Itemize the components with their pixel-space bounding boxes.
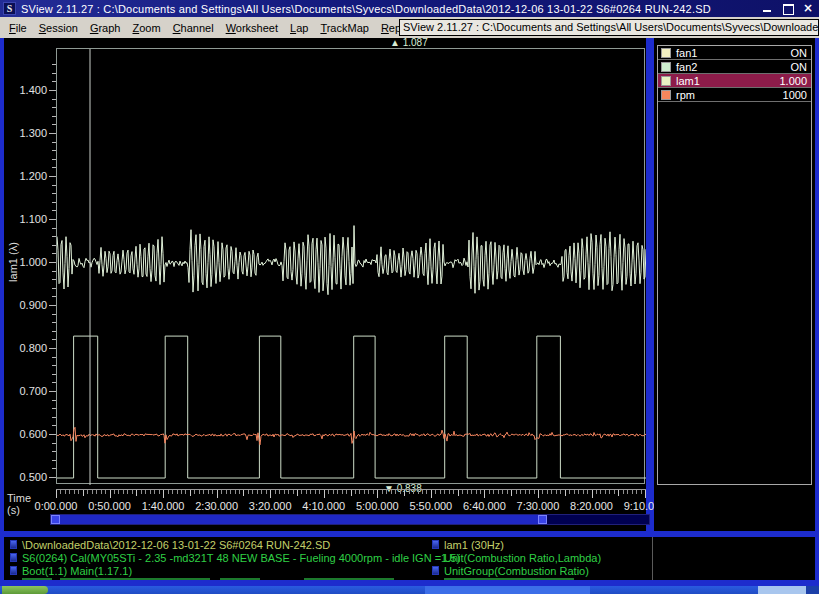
status-channel: lam1 (30Hz)	[444, 539, 504, 551]
ruler-tick	[511, 490, 512, 496]
taskbar-end	[806, 586, 819, 594]
fan2-color-swatch	[661, 62, 671, 72]
horizontal-scrollbar[interactable]	[50, 514, 650, 525]
y-tick	[49, 133, 56, 134]
ruler-tick	[404, 490, 405, 496]
legend-row-fan1[interactable]: fan1 ON	[658, 46, 811, 60]
ruler-tick	[190, 490, 191, 496]
menu-file[interactable]: File	[3, 19, 33, 37]
cal-node-icon	[10, 553, 17, 562]
status-firmware: Boot(1.1) Main(1.17.1)	[22, 565, 132, 577]
chart-panel: ▲ 1.087 lam1 (λ) 1.4001.3001.2001.1001.0…	[4, 38, 646, 531]
y-tick	[49, 262, 56, 263]
status-unit: Unit(Combustion Ratio,Lambda)	[444, 552, 601, 564]
max-value-marker: ▲ 1.087	[390, 37, 428, 48]
y-tick-label: 1.200	[5, 170, 47, 182]
ruler-tick	[458, 490, 459, 496]
restore-icon[interactable]	[781, 2, 795, 14]
y-tick-label: 0.800	[5, 342, 47, 354]
ruler-tick	[136, 490, 137, 496]
menu-trackmap[interactable]: TrackMap	[314, 19, 375, 37]
y-tick-label: 0.600	[5, 428, 47, 440]
title-bar[interactable]: S SView 2.11.27 : C:\Documents and Setti…	[0, 0, 819, 17]
scrollbar-handle-left[interactable]	[51, 515, 60, 524]
ruler-tick	[297, 490, 298, 496]
taskbar-item[interactable]	[425, 586, 590, 594]
app-window: S SView 2.11.27 : C:\Documents and Setti…	[0, 0, 819, 594]
legend-row-lam1[interactable]: lam1 1.000	[658, 74, 811, 88]
ruler-tick	[56, 490, 57, 498]
y-tick	[49, 434, 56, 435]
channel-name: fan1	[676, 47, 697, 59]
unitgroup-node-icon	[432, 566, 439, 575]
status-divider	[652, 537, 653, 580]
menu-lap[interactable]: Lap	[284, 19, 314, 37]
y-tick	[49, 391, 56, 392]
lam1-color-swatch	[661, 76, 671, 86]
app-icon[interactable]: S	[3, 2, 16, 15]
channel-name: rpm	[676, 89, 695, 101]
ruler-tick	[243, 490, 244, 496]
status-unitgroup: UnitGroup(Combustion Ratio)	[444, 565, 589, 577]
clipped-text-remnant	[444, 578, 574, 580]
menu-worksheet[interactable]: Worksheet	[220, 19, 284, 37]
ruler-tick	[110, 490, 111, 498]
traces-svg	[57, 49, 646, 485]
ruler-tick	[163, 490, 164, 498]
path-tooltip: SView 2.11.27 : C:\Documents and Setting…	[399, 19, 819, 36]
fan-trace	[57, 336, 646, 478]
menu-session[interactable]: Session	[33, 19, 84, 37]
file-node-icon	[10, 540, 17, 549]
clipped-text-remnant	[60, 578, 210, 580]
ruler-tick	[217, 490, 218, 498]
menu-graph[interactable]: Graph	[84, 19, 127, 37]
clipped-text-remnant	[22, 578, 52, 580]
ruler-tick	[645, 490, 646, 498]
menu-channel[interactable]: Channel	[167, 19, 220, 37]
channel-name: lam1	[676, 75, 700, 87]
y-tick-label: 0.700	[5, 385, 47, 397]
ruler-tick	[270, 490, 271, 498]
status-panel: \DownloadedData\2012-12-06 13-01-22 S6#0…	[4, 537, 815, 580]
y-tick-label: 0.500	[5, 471, 47, 483]
channel-value: ON	[791, 47, 808, 59]
y-tick-label: 1.300	[5, 127, 47, 139]
legend-row-fan2[interactable]: fan2 ON	[658, 60, 811, 74]
time-axis-title: Time (s)	[7, 492, 31, 516]
ruler-tick	[83, 490, 84, 496]
status-calibration: S6(0264) Cal(MY05STi - 2.35 -md321T 48 N…	[22, 552, 460, 564]
close-icon[interactable]: ×	[801, 2, 815, 14]
channel-value: 1.000	[779, 75, 807, 87]
ruler-tick	[351, 490, 352, 496]
minimize-icon[interactable]	[761, 2, 775, 14]
rpm-color-swatch	[661, 90, 671, 100]
system-tray[interactable]	[758, 586, 806, 594]
y-tick	[49, 219, 56, 220]
ruler-tick	[592, 490, 593, 498]
fw-node-icon	[10, 566, 17, 575]
legend-row-rpm[interactable]: rpm 1000	[658, 88, 811, 102]
fan1-color-swatch	[661, 48, 671, 58]
y-tick	[49, 348, 56, 349]
channel-value: 1000	[783, 89, 807, 101]
ruler-tick	[618, 490, 619, 496]
ruler-tick	[377, 490, 378, 498]
lam1-trace	[57, 226, 646, 295]
y-tick	[49, 90, 56, 91]
menu-zoom[interactable]: Zoom	[126, 19, 166, 37]
scrollbar-thumb[interactable]	[51, 515, 547, 524]
ruler-tick	[484, 490, 485, 498]
y-tick-label: 0.900	[5, 299, 47, 311]
channel-name: fan2	[676, 61, 697, 73]
start-button[interactable]	[2, 586, 48, 594]
y-tick	[49, 477, 56, 478]
taskbar	[0, 586, 819, 594]
scrollbar-handle-right[interactable]	[538, 515, 547, 524]
status-file-path: \DownloadedData\2012-12-06 13-01-22 S6#0…	[22, 539, 330, 551]
rpm-trace	[57, 427, 646, 445]
plot-area[interactable]	[56, 48, 645, 484]
legend-box: fan1 ON fan2 ON lam1 1.000 rpm 1000	[657, 45, 812, 485]
ruler-tick	[324, 490, 325, 498]
y-tick	[49, 305, 56, 306]
ruler-tick	[431, 490, 432, 498]
